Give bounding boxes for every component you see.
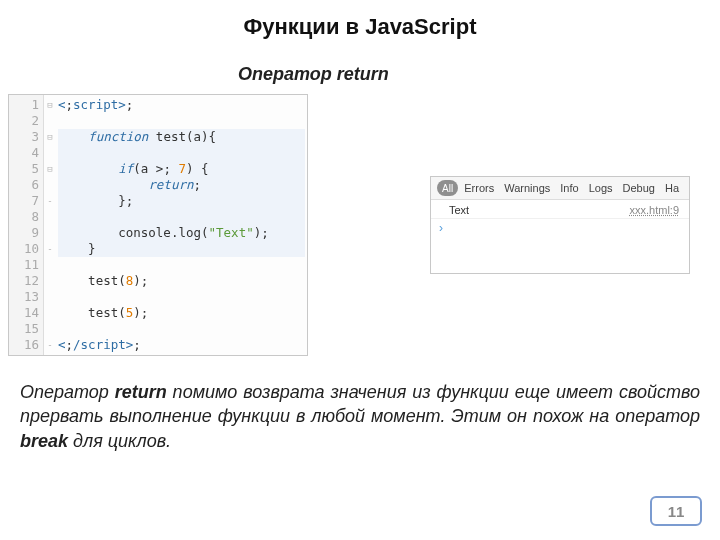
console-tabs: AllErrorsWarningsInfoLogsDebugHa: [431, 177, 689, 200]
exp-post: для циклов.: [68, 431, 171, 451]
console-tab[interactable]: Info: [560, 182, 578, 194]
subtitle-text: Оператор return: [238, 64, 389, 85]
console-row: Textxxx.html:9: [431, 200, 689, 219]
console-tab[interactable]: Ha: [665, 182, 679, 194]
console-tab[interactable]: Logs: [589, 182, 613, 194]
explanation-text: Оператор return помимо возврата значения…: [20, 380, 700, 453]
console-msg: Text: [449, 204, 469, 216]
title-text: Функции в JavaScript: [180, 14, 540, 39]
console-tab[interactable]: Errors: [464, 182, 494, 194]
fold-gutter: ⊟⊟⊟---: [44, 95, 56, 355]
slide-title: Функции в JavaScript: [180, 14, 540, 39]
code-editor: 12345678910111213141516 ⊟⊟⊟--- <;script>…: [8, 94, 308, 356]
page-number-badge: 11: [650, 496, 702, 526]
console-tab[interactable]: Debug: [623, 182, 655, 194]
console-prompt[interactable]: ›: [431, 219, 689, 237]
line-number-gutter: 12345678910111213141516: [9, 95, 44, 355]
exp-kw1: return: [115, 382, 167, 402]
console-source-link[interactable]: xxx.html:9: [629, 204, 679, 216]
console-tab[interactable]: Warnings: [504, 182, 550, 194]
exp-pre: Оператор: [20, 382, 115, 402]
console-body: Textxxx.html:9›: [431, 200, 689, 237]
code-body: <;script>; function test(a){ if(a >; 7) …: [56, 95, 307, 355]
console-tab-all[interactable]: All: [437, 180, 458, 196]
devtools-console: AllErrorsWarningsInfoLogsDebugHa Textxxx…: [430, 176, 690, 274]
exp-kw2: break: [20, 431, 68, 451]
